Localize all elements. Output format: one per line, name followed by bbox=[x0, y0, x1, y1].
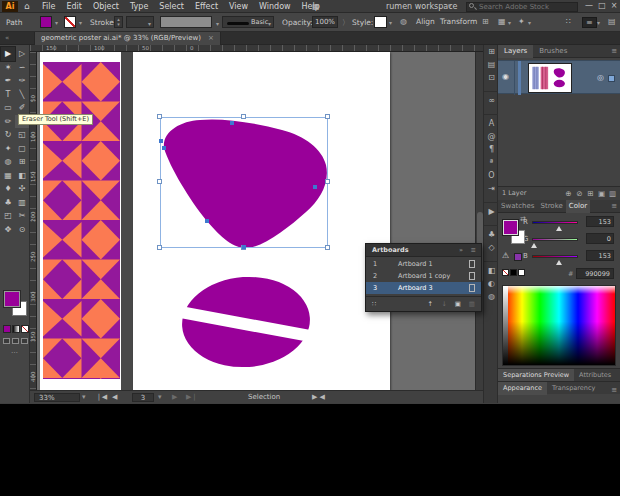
artboards-menu-icon[interactable]: ≡ bbox=[471, 244, 476, 256]
control-panel-menu-icon[interactable]: ▤ bbox=[608, 17, 616, 26]
slider-track-g[interactable] bbox=[532, 238, 578, 241]
symbols-panel-icon[interactable]: ♣ bbox=[484, 225, 499, 241]
draw-normal-button[interactable] bbox=[3, 338, 10, 344]
change-screen-mode-button[interactable]: … bbox=[0, 347, 30, 355]
selection-handle[interactable] bbox=[325, 114, 330, 119]
rectangle-tool[interactable]: ▭ bbox=[1, 101, 15, 115]
fill-color-indicator[interactable] bbox=[4, 291, 20, 307]
status-divider-arrows-icon[interactable]: ▶ ◀ bbox=[312, 393, 325, 402]
menu-item-edit[interactable]: Edit bbox=[66, 2, 82, 11]
pencil-tool[interactable]: ✏ bbox=[1, 115, 15, 129]
menu-item-file[interactable]: File bbox=[42, 2, 55, 11]
slice-tool[interactable]: ✂ bbox=[15, 209, 29, 223]
style-caret-icon[interactable]: ▾ bbox=[389, 19, 392, 26]
home-icon[interactable]: ⌂ bbox=[24, 1, 30, 12]
workspace-caret-icon[interactable]: ▾ bbox=[448, 0, 452, 13]
type-tool[interactable]: T bbox=[1, 88, 15, 102]
workspace-switcher-icon[interactable]: ▦ bbox=[312, 2, 320, 11]
stroke-color-swatch[interactable] bbox=[64, 16, 76, 28]
prev-artboard-icon[interactable]: ◀ bbox=[112, 393, 117, 402]
vertical-scrollbar[interactable] bbox=[475, 52, 483, 390]
transform-panel-icon[interactable]: ◇ bbox=[484, 241, 499, 254]
pathfinder-panel-icon[interactable]: ◧ bbox=[484, 261, 499, 277]
tab-layers[interactable]: Layers bbox=[498, 45, 533, 58]
color-panel-menu-icon[interactable]: ≡ bbox=[611, 200, 617, 213]
column-graph-tool[interactable]: ▥ bbox=[15, 196, 29, 210]
artboard-row-1[interactable]: 1Artboard 1 bbox=[366, 258, 481, 270]
appearance-panel-icon[interactable]: ◐ bbox=[484, 277, 499, 290]
tab-stroke[interactable]: Stroke bbox=[537, 200, 565, 213]
slider-thumb-g[interactable] bbox=[531, 243, 537, 248]
tab-transparency[interactable]: Transparency bbox=[547, 382, 600, 395]
artboard-page-icon[interactable] bbox=[469, 260, 475, 268]
black-swatch[interactable] bbox=[510, 269, 517, 276]
layer-selection-chip[interactable] bbox=[608, 75, 615, 82]
blend-tool[interactable]: ✣ bbox=[15, 182, 29, 196]
hex-value-field[interactable]: 990099 bbox=[576, 268, 614, 279]
symbol-sprayer-tool[interactable]: ♣ bbox=[1, 196, 15, 210]
move-down-icon[interactable]: ↓ bbox=[442, 297, 447, 311]
tab-color[interactable]: Color bbox=[566, 200, 590, 213]
slider-track-b[interactable] bbox=[532, 255, 578, 258]
menu-item-effect[interactable]: Effect bbox=[195, 2, 218, 11]
horizontal-ruler[interactable]: 150100500 bbox=[30, 45, 483, 52]
menu-item-type[interactable]: Type bbox=[130, 2, 148, 11]
color-mode-button[interactable] bbox=[3, 325, 11, 333]
zoom-caret-icon[interactable]: ▾ bbox=[82, 393, 86, 402]
draw-inside-button[interactable] bbox=[21, 338, 28, 344]
restore-button[interactable]: □ bbox=[596, 0, 608, 13]
width-tool[interactable]: ✦ bbox=[1, 142, 15, 156]
graphic-styles-panel-icon[interactable]: ◍ bbox=[484, 290, 499, 303]
selection-handle[interactable] bbox=[325, 245, 330, 250]
links-panel-icon[interactable]: ∞ bbox=[484, 91, 499, 107]
align-objects-icon[interactable]: ▦ bbox=[498, 17, 506, 26]
character-styles-panel-icon[interactable]: ª bbox=[484, 156, 499, 169]
none-mode-button[interactable] bbox=[21, 325, 29, 333]
tab-brushes[interactable]: Brushes bbox=[533, 45, 573, 58]
rearrange-artboards-icon[interactable]: ∷ bbox=[372, 297, 376, 311]
rotate-tool[interactable]: ↻ bbox=[1, 128, 15, 142]
delete-artboard-icon[interactable]: ▥ bbox=[469, 297, 475, 311]
locate-object-icon[interactable]: ⊕ bbox=[563, 187, 574, 200]
opacity-value[interactable]: 100% bbox=[312, 16, 338, 28]
stroke-width-dropdown[interactable]: ▾ bbox=[126, 16, 154, 28]
selection-bounding-box[interactable] bbox=[160, 117, 328, 248]
artboard-number-field[interactable]: 3 bbox=[132, 393, 154, 402]
perspective-grid-tool[interactable]: ⊞ bbox=[15, 155, 29, 169]
hand-tool[interactable]: ✥ bbox=[1, 223, 15, 237]
free-transform-tool[interactable]: ▢ bbox=[15, 142, 29, 156]
color-fill-proxy[interactable] bbox=[503, 220, 518, 235]
distribute-caret-icon[interactable]: ▾ bbox=[528, 19, 531, 26]
stroke-caret-icon[interactable]: ▾ bbox=[79, 19, 82, 26]
selection-handle[interactable] bbox=[241, 114, 246, 119]
artboards-panel-header[interactable]: Artboards » ≡ bbox=[366, 244, 481, 257]
path-anchor-point[interactable] bbox=[313, 185, 317, 189]
zoom-level-field[interactable]: 33% bbox=[34, 393, 80, 402]
tab-close-icon[interactable]: × bbox=[208, 34, 214, 42]
artboard-tool[interactable]: ◰ bbox=[1, 209, 15, 223]
paragraph-panel-icon[interactable]: ¶ bbox=[484, 143, 499, 156]
search-input[interactable] bbox=[466, 2, 578, 12]
menu-item-window[interactable]: Window bbox=[259, 2, 291, 11]
direct-selection-tool[interactable]: ▷ bbox=[15, 47, 29, 61]
slider-value-b[interactable]: 153 bbox=[586, 250, 614, 261]
stroke-width-stepper[interactable]: ▴▾ bbox=[114, 16, 123, 28]
delete-layer-icon[interactable]: ▥ bbox=[607, 187, 618, 200]
slider-thumb-r[interactable] bbox=[556, 226, 562, 231]
distribute-objects-icon[interactable]: ✦ bbox=[518, 17, 525, 26]
zoom-tool[interactable]: ⊙ bbox=[15, 223, 29, 237]
line-segment-tool[interactable]: ╲ bbox=[15, 88, 29, 102]
slider-thumb-b[interactable] bbox=[556, 260, 562, 265]
selection-handle[interactable] bbox=[157, 245, 162, 250]
blob-brush-tool[interactable]: ✑ bbox=[15, 74, 29, 88]
artboard-nav-caret-icon[interactable]: ▾ bbox=[158, 393, 162, 402]
new-layer-icon[interactable]: ▣ bbox=[596, 187, 607, 200]
menu-item-view[interactable]: View bbox=[229, 2, 248, 11]
slider-value-r[interactable]: 153 bbox=[586, 216, 614, 227]
clipping-mask-icon[interactable]: ⊘ bbox=[574, 187, 585, 200]
tab-appearance[interactable]: Appearance bbox=[498, 382, 547, 395]
visibility-eye-icon[interactable]: ◉ bbox=[502, 72, 509, 81]
in-gamut-swatch[interactable] bbox=[514, 253, 522, 261]
gradient-tool[interactable]: ◧ bbox=[15, 169, 29, 183]
tabs-panel-icon[interactable]: ⇥ bbox=[484, 182, 499, 195]
